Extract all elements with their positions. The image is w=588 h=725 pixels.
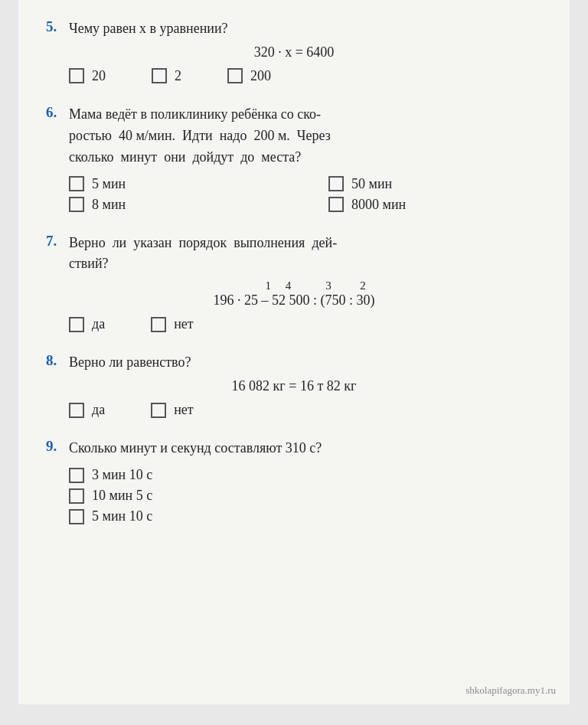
q8-formula: 16 082 кг = 16 т 82 кг <box>46 378 542 394</box>
question-5: 5. Чему равен x в уравнении? 320 · x = 6… <box>46 18 542 84</box>
q9-label-3: 5 мин 10 с <box>92 508 152 524</box>
q9-option-1: 3 мин 10 с <box>69 467 542 483</box>
q8-label-2: нет <box>174 402 194 418</box>
q8-label-1: да <box>92 402 105 418</box>
q7-text: Верно ли указан порядок выполнения дей-с… <box>69 233 337 276</box>
q7-option-1: да <box>69 316 105 332</box>
q6-checkbox-4[interactable] <box>328 197 344 212</box>
q6-options: 5 мин 50 мин 8 мин 8000 мин <box>69 176 542 213</box>
q5-number: 5. <box>46 18 63 35</box>
q7-checkbox-2[interactable] <box>151 317 166 332</box>
q5-formula: 320 · x = 6400 <box>46 44 542 60</box>
q6-option-3: 8 мин <box>69 197 283 213</box>
q9-checkbox-3[interactable] <box>69 509 84 524</box>
q7-options: да нет <box>69 316 542 332</box>
q6-checkbox-1[interactable] <box>69 176 84 191</box>
q7-label-2: нет <box>174 316 194 332</box>
q9-checkbox-1[interactable] <box>69 468 84 483</box>
q5-text: Чему равен x в уравнении? <box>69 18 228 40</box>
question-7-header: 7. Верно ли указан порядок выполнения де… <box>46 233 542 276</box>
q8-option-2: нет <box>151 402 194 418</box>
q8-options: да нет <box>69 402 542 418</box>
page: 5. Чему равен x в уравнении? 320 · x = 6… <box>18 0 570 704</box>
question-5-header: 5. Чему равен x в уравнении? <box>46 18 542 40</box>
q7-label-1: да <box>92 316 105 332</box>
question-6: 6. Мама ведёт в поликлинику ребёнка со с… <box>46 104 542 213</box>
q9-label-2: 10 мин 5 с <box>92 488 152 504</box>
q8-checkbox-1[interactable] <box>69 403 84 418</box>
q9-option-2: 10 мин 5 с <box>69 488 542 504</box>
q9-options: 3 мин 10 с 10 мин 5 с 5 мин 10 с <box>69 467 542 524</box>
q5-option-2: 2 <box>152 68 181 84</box>
q6-checkbox-3[interactable] <box>69 197 84 212</box>
q5-label-3: 200 <box>250 68 271 84</box>
q9-text: Сколько минут и секунд составляют 310 с? <box>69 438 322 459</box>
q8-checkbox-2[interactable] <box>151 403 166 418</box>
q7-option-2: нет <box>151 316 194 332</box>
q6-option-2: 50 мин <box>328 176 542 192</box>
q6-label-1: 5 мин <box>92 176 126 192</box>
q8-text: Верно ли равенство? <box>69 352 191 374</box>
q9-option-3: 5 мин 10 с <box>69 508 542 524</box>
q7-formula-numbers-row: 1 4 3 2 196 · 25 – 52 500 : (750 : 30) <box>46 279 542 309</box>
q5-options: 20 2 200 <box>69 68 542 84</box>
q5-label-1: 20 <box>92 68 106 84</box>
q5-option-3: 200 <box>227 68 271 84</box>
question-9: 9. Сколько минут и секунд составляют 310… <box>46 438 542 524</box>
q7-formula-numbers: 1 4 3 2 <box>46 279 542 292</box>
q6-option-4: 8000 мин <box>328 197 542 213</box>
footer: shkolapifagora.my1.ru <box>466 684 556 697</box>
question-6-header: 6. Мама ведёт в поликлинику ребёнка со с… <box>46 104 542 168</box>
q6-label-2: 50 мин <box>351 176 392 192</box>
q6-label-3: 8 мин <box>92 197 126 213</box>
q7-formula: 196 · 25 – 52 500 : (750 : 30) <box>46 292 542 309</box>
q8-option-1: да <box>69 402 105 418</box>
q7-checkbox-1[interactable] <box>69 317 84 332</box>
q6-text: Мама ведёт в поликлинику ребёнка со ско-… <box>69 104 331 168</box>
question-9-header: 9. Сколько минут и секунд составляют 310… <box>46 438 542 459</box>
q6-number: 6. <box>46 104 63 121</box>
q9-checkbox-2[interactable] <box>69 488 84 504</box>
q9-number: 9. <box>46 438 63 455</box>
question-8-header: 8. Верно ли равенство? <box>46 352 542 374</box>
q8-number: 8. <box>46 352 63 369</box>
question-7: 7. Верно ли указан порядок выполнения де… <box>46 233 542 333</box>
question-8: 8. Верно ли равенство? 16 082 кг = 16 т … <box>46 352 542 418</box>
q9-label-1: 3 мин 10 с <box>92 467 152 483</box>
q5-checkbox-3[interactable] <box>227 68 243 83</box>
q5-option-1: 20 <box>69 68 106 84</box>
q5-label-2: 2 <box>175 68 181 84</box>
q5-checkbox-1[interactable] <box>69 68 84 83</box>
q5-checkbox-2[interactable] <box>152 68 167 83</box>
q7-number: 7. <box>46 233 63 250</box>
q6-checkbox-2[interactable] <box>328 176 344 191</box>
q6-label-4: 8000 мин <box>351 197 406 213</box>
q6-option-1: 5 мин <box>69 176 283 192</box>
